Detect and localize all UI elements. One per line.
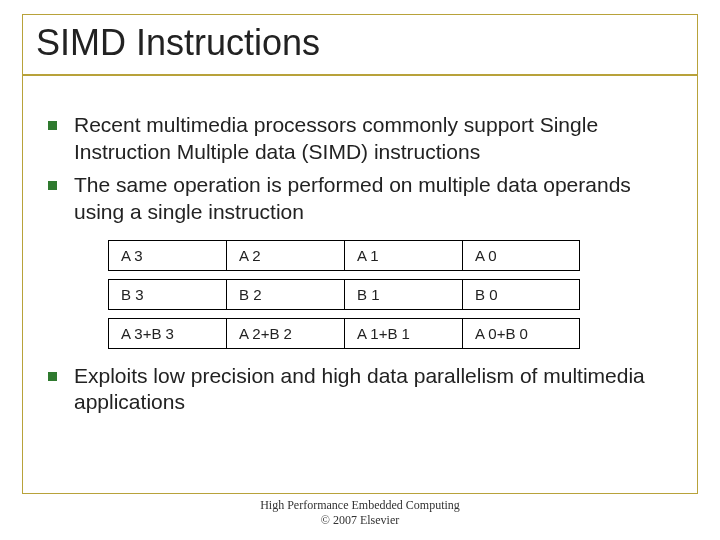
table-row: B 3 B 2 B 1 B 0: [108, 279, 680, 310]
table-row: A 3 A 2 A 1 A 0: [108, 240, 680, 271]
simd-table: A 3 A 2 A 1 A 0 B 3 B 2 B 1 B 0 A 3+B 3 …: [108, 240, 680, 349]
bullet-list-top: Recent multimedia processors commonly su…: [48, 112, 680, 226]
bullet-icon: [48, 181, 57, 190]
title-underline: [22, 74, 698, 76]
table-cell: B 1: [344, 279, 462, 310]
table-cell: B 3: [108, 279, 226, 310]
bullet-list-bottom: Exploits low precision and high data par…: [48, 363, 680, 417]
bullet-icon: [48, 372, 57, 381]
table-cell: A 0+B 0: [462, 318, 580, 349]
slide-title: SIMD Instructions: [36, 22, 320, 64]
table-cell: A 0: [462, 240, 580, 271]
footer-line: © 2007 Elsevier: [0, 513, 720, 528]
table-cell: A 1: [344, 240, 462, 271]
bullet-icon: [48, 121, 57, 130]
list-item-text: Recent multimedia processors commonly su…: [74, 113, 598, 163]
list-item-text: Exploits low precision and high data par…: [74, 364, 645, 414]
table-cell: B 0: [462, 279, 580, 310]
table-cell: A 2: [226, 240, 344, 271]
list-item-text: The same operation is performed on multi…: [74, 173, 631, 223]
table-cell: A 1+B 1: [344, 318, 462, 349]
list-item: Exploits low precision and high data par…: [48, 363, 680, 417]
table-cell: A 3: [108, 240, 226, 271]
table-cell: A 3+B 3: [108, 318, 226, 349]
footer-line: High Performance Embedded Computing: [0, 498, 720, 513]
list-item: The same operation is performed on multi…: [48, 172, 680, 226]
table-cell: A 2+B 2: [226, 318, 344, 349]
title-wrap: SIMD Instructions: [30, 18, 330, 72]
table-row: A 3+B 3 A 2+B 2 A 1+B 1 A 0+B 0: [108, 318, 680, 349]
table-cell: B 2: [226, 279, 344, 310]
slide-footer: High Performance Embedded Computing © 20…: [0, 498, 720, 528]
list-item: Recent multimedia processors commonly su…: [48, 112, 680, 166]
slide-content: Recent multimedia processors commonly su…: [48, 112, 680, 422]
